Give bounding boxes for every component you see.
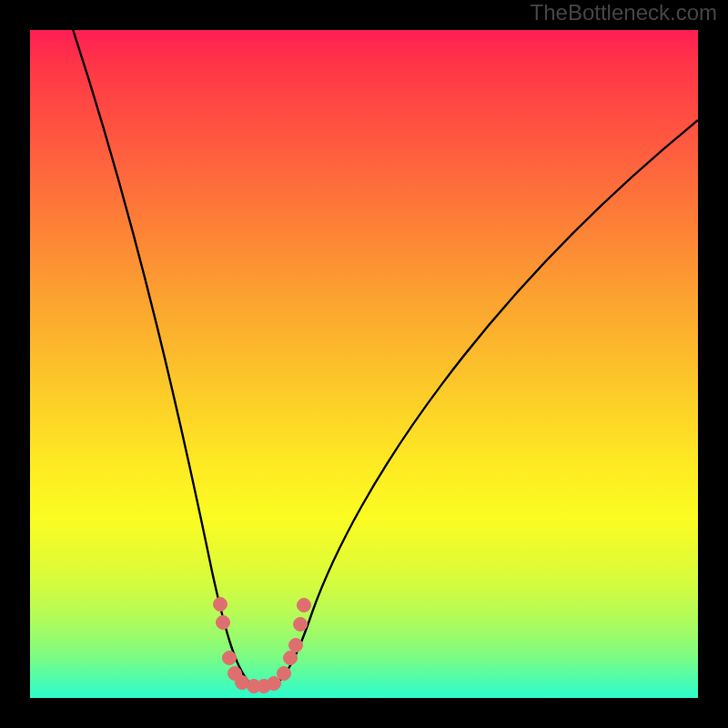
marker-point — [223, 652, 237, 665]
curve-layer — [30, 30, 698, 698]
marker-point — [298, 599, 311, 612]
marker-point — [217, 616, 230, 630]
marker-group — [214, 598, 311, 693]
plot-area — [30, 30, 698, 698]
marker-point — [268, 677, 281, 691]
marker-point — [214, 598, 228, 612]
marker-point — [278, 667, 291, 681]
marker-point — [294, 618, 308, 632]
watermark-text: TheBottleneck.com — [531, 0, 717, 25]
bottleneck-curve — [70, 30, 698, 689]
marker-point — [284, 652, 298, 665]
chart-frame: TheBottleneck.com — [0, 0, 728, 728]
marker-point — [289, 639, 303, 652]
